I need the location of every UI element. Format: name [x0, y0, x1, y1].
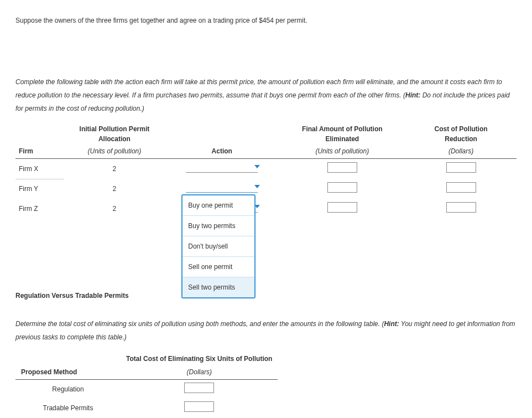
col-alloc-bot: Allocation	[98, 135, 131, 143]
cost-input-y[interactable]	[446, 182, 476, 193]
table-row: Firm X 2	[15, 159, 517, 179]
action-select-x[interactable]	[186, 162, 258, 173]
cell-firm: Firm X	[15, 159, 64, 179]
eliminated-input-x[interactable]	[327, 162, 357, 173]
dropdown-option[interactable]: Buy two permits	[182, 216, 254, 236]
col-final-unit: (Units of pollution)	[279, 146, 406, 159]
col-alloc-top: Initial Pollution Permit	[80, 125, 150, 133]
tradable-cost-input[interactable]	[184, 401, 214, 412]
chevron-down-icon	[254, 165, 260, 168]
cell-firm: Firm Y	[15, 179, 64, 199]
determine-instructions: Determine the total cost of eliminating …	[15, 317, 517, 344]
table-row: Firm Y 2 Buy one permit Buy two permits …	[15, 179, 517, 199]
dropdown-option[interactable]: Sell one permit	[182, 257, 254, 277]
col-alloc-unit: (Units of pollution)	[64, 146, 165, 159]
eliminated-input-z[interactable]	[327, 202, 357, 213]
intro-text: Suppose the owners of the three firms ge…	[15, 16, 517, 25]
task-instructions: Complete the following table with the ac…	[15, 75, 517, 115]
action-dropdown-menu: Buy one permit Buy two permits Don't buy…	[181, 194, 255, 298]
cell-alloc: 2	[64, 159, 165, 179]
regulation-cost-input[interactable]	[184, 383, 214, 393]
chevron-down-icon	[254, 185, 260, 188]
hint-label-2: Hint:	[384, 320, 399, 328]
col-cost-top: Cost of Pollution	[435, 125, 488, 133]
eliminated-input-y[interactable]	[327, 182, 357, 193]
action-select-y[interactable]	[186, 182, 258, 193]
determine-pre: Determine the total cost of eliminating …	[15, 320, 384, 328]
col-cost-bot: Reduction	[445, 135, 477, 143]
cell-alloc: 2	[64, 199, 165, 219]
cost-input-z[interactable]	[446, 202, 476, 213]
col-cost-unit: (Dollars)	[405, 146, 517, 159]
total-cost-table: Total Cost of Eliminating Six Units of P…	[15, 353, 278, 417]
dropdown-option[interactable]: Sell two permits	[182, 277, 254, 297]
col-firm: Firm	[15, 146, 64, 159]
cell-firm: Firm Z	[15, 199, 64, 219]
section-heading: Regulation Versus Tradable Permits	[15, 291, 517, 301]
cell-alloc: 2	[64, 179, 165, 199]
cost-input-x[interactable]	[446, 162, 476, 173]
dropdown-option[interactable]: Buy one permit	[182, 195, 254, 216]
hint-label: Hint:	[405, 91, 420, 99]
col-total-top: Total Cost of Eliminating Six Units of P…	[121, 353, 278, 366]
col-final-bot: Eliminated	[325, 135, 359, 143]
permits-table: Initial Pollution Permit Allocation Fina…	[15, 124, 517, 219]
table-row: Regulation	[15, 380, 278, 399]
col-method: Proposed Method	[15, 366, 121, 380]
col-final-top: Final Amount of Pollution	[302, 125, 383, 133]
col-total-unit: (Dollars)	[121, 366, 278, 380]
cell-method: Regulation	[15, 380, 121, 399]
cell-method: Tradable Permits	[15, 399, 121, 417]
table-row: Tradable Permits	[15, 399, 278, 417]
col-action: Action	[165, 146, 279, 159]
dropdown-option[interactable]: Don't buy/sell	[182, 236, 254, 257]
table-row: Firm Z 2	[15, 199, 517, 219]
